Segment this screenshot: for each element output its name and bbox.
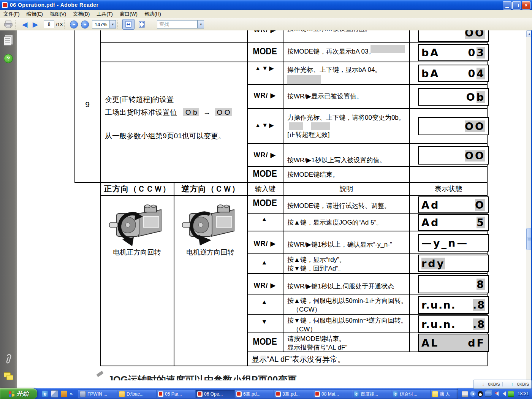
pdf-file-icon	[315, 391, 320, 397]
input-key: WR/ ▶	[247, 91, 283, 100]
seven-seg-display: rdy	[418, 255, 489, 272]
fit-page-button[interactable]	[136, 19, 147, 29]
qq-messenger-icon[interactable]	[478, 391, 483, 397]
row-description: 按WR/▶键1秒以上,伺服处于开通状态	[287, 282, 410, 291]
input-key: WR/ ▶	[247, 151, 283, 159]
task-button-folder[interactable]: D:\bac...	[117, 390, 159, 399]
highlight-patch	[370, 45, 405, 53]
task-button-06-ope-active[interactable]: 06 Ope...	[195, 390, 237, 399]
arrow-glyph: →	[203, 108, 211, 116]
adobe-reader-icon	[2, 2, 8, 8]
net-speed-widget[interactable]: ↓ 0KB/S ↑ 0KB/S	[473, 380, 532, 389]
hide-tray-icons-chevron[interactable]: ◀	[470, 391, 476, 397]
muted-speaker-icon[interactable]	[493, 391, 499, 396]
next-page-button[interactable]: ▶	[30, 19, 41, 29]
menu-help[interactable]: 帮助(H)	[141, 10, 165, 18]
task-button-forum[interactable]: e 综合讨...	[391, 390, 433, 399]
find-dropdown-arrow-icon[interactable]: ▼	[198, 21, 204, 28]
find-input[interactable]: 查找	[157, 20, 198, 28]
row-description: 按▼键，伺服电机以50min⁻¹逆方向回转。（CW）	[287, 316, 410, 334]
result-note: 显示“AL dF”表示没有异常。	[252, 354, 345, 364]
document-area: ? 9	[0, 30, 532, 388]
new-value: O O	[215, 108, 233, 116]
task-button-6zhang[interactable]: 6章.pd...	[234, 390, 276, 399]
quicklaunch-overflow-chevron[interactable]: »	[70, 391, 73, 397]
ie-page-icon: e	[354, 391, 359, 397]
row-description: 按MODE键结束。	[287, 170, 410, 179]
input-key: WR/ ▶	[247, 239, 283, 248]
menu-document[interactable]: 文档(D)	[70, 10, 93, 18]
task-button-3zhang[interactable]: 3章.pd...	[274, 390, 315, 399]
page-total-label: /13	[56, 22, 63, 27]
row-description: 按▲键，伺服电机以50min-1正方向回转。（CCW）	[287, 296, 410, 314]
comments-panel-icon[interactable]	[4, 372, 13, 380]
seven-seg-display: r.u.n. .8	[418, 315, 489, 333]
close-button[interactable]: ×	[522, 1, 530, 10]
printer-icon	[4, 21, 13, 28]
step-description-line2: 工场出货时标准设置值 O b → O O	[105, 106, 245, 119]
highlight-patch	[311, 122, 330, 130]
zoom-level-combo[interactable]: 147% ▼	[92, 20, 116, 28]
task-button-fpwin[interactable]: FPWIN ...	[78, 390, 120, 399]
input-key: ▲	[247, 299, 283, 306]
page-number-input[interactable]: 8	[44, 21, 54, 28]
ie-page-icon: e	[393, 391, 398, 397]
upload-arrow-icon: ↑	[511, 382, 513, 386]
network-icon[interactable]	[485, 391, 491, 397]
zoom-level-value: 147%	[92, 22, 109, 27]
pages-panel-icon[interactable]	[4, 36, 11, 46]
header-ccw: 正方向（ＣＣＷ）	[101, 184, 174, 195]
row-description: 请按MODE键结束。显示报警信号“AL dF”	[287, 334, 410, 352]
motor-ccw-illustration	[107, 204, 167, 246]
download-arrow-icon: ↓	[482, 382, 484, 386]
highlight-patch	[287, 75, 321, 84]
quick-launch-bar: e »	[40, 388, 73, 399]
volume-icon[interactable]	[500, 391, 506, 396]
highlight-patch	[289, 122, 303, 130]
input-key: MODE	[249, 169, 281, 179]
input-key: ▲	[247, 216, 283, 223]
zoom-in-button[interactable]: +	[81, 21, 89, 28]
menu-file[interactable]: 文件(F)	[0, 10, 23, 18]
pdf-file-icon	[197, 391, 203, 397]
zoom-dropdown-arrow-icon[interactable]: ▼	[109, 21, 116, 28]
toolbar: ◀ ▶ 8 /13 − + 147% ▼ 查找 ▼	[0, 18, 532, 31]
print-button[interactable]	[3, 19, 14, 29]
notepad-icon	[432, 391, 438, 397]
row-description: 操作光标、上下键，显示bA 04。	[287, 65, 410, 74]
zoom-out-button[interactable]: −	[70, 21, 78, 28]
show-desktop-icon[interactable]	[51, 390, 58, 397]
menu-edit[interactable]: 编辑(E)	[23, 10, 46, 18]
input-key: MODE	[249, 46, 281, 57]
app-window-icon	[80, 391, 86, 397]
antivirus-icon[interactable]	[508, 391, 514, 397]
seven-seg-display: bA 04	[418, 65, 489, 82]
motor-ccw-label: 电机正方向回转	[100, 248, 174, 257]
back-arrow-icon: ◀	[22, 20, 28, 29]
start-button[interactable]: 开始	[0, 388, 37, 399]
pdf-file-icon	[276, 391, 281, 397]
footer-note: JOG运转时的速度可以由参数小组P页00变更	[108, 374, 397, 380]
system-tray: ◀ 18:31	[458, 388, 532, 399]
header-display-status: 表示状態	[410, 184, 487, 195]
task-button-05-par[interactable]: 05 Par...	[156, 390, 198, 399]
task-button-08-mai[interactable]: 08 Mai...	[313, 390, 355, 399]
menu-tools[interactable]: 工具(T)	[93, 10, 116, 18]
restore-button[interactable]	[512, 1, 521, 10]
help-icon[interactable]: ?	[4, 54, 13, 63]
step-description-line3: 从一般参数小组第9页01也可以变更。	[105, 130, 245, 142]
seven-seg-display: bA 03	[418, 44, 489, 61]
start-label: 开始	[17, 390, 29, 398]
input-method-keyboard-icon[interactable]	[462, 391, 468, 397]
mail-quicklaunch-icon[interactable]	[61, 391, 67, 397]
menu-view[interactable]: 视图(V)	[46, 10, 70, 18]
task-button-baidu[interactable]: e 百度搜...	[352, 390, 394, 399]
attachments-panel-icon[interactable]	[4, 353, 12, 366]
ie-quicklaunch-icon[interactable]: e	[42, 391, 48, 397]
vertical-scrollbar[interactable]: ▲ ▼	[526, 30, 532, 388]
minimize-button[interactable]	[503, 1, 511, 10]
menu-window[interactable]: 窗口(W)	[116, 10, 141, 18]
previous-page-button[interactable]: ◀	[19, 19, 30, 29]
fit-width-button[interactable]	[122, 19, 135, 30]
seven-seg-display: —y_n—	[418, 234, 489, 252]
